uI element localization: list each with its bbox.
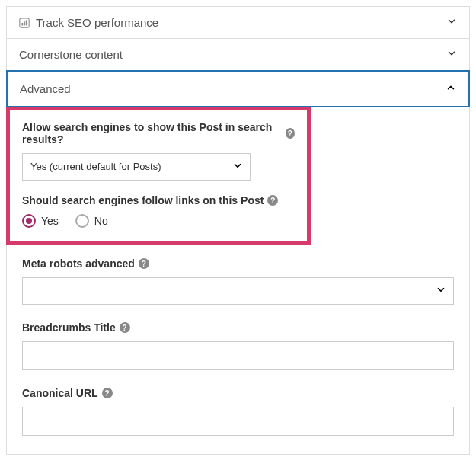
meta-robots-value xyxy=(22,277,454,305)
panel-advanced-title: Advanced xyxy=(20,82,71,95)
canonical-label: Canonical URL xyxy=(22,387,98,399)
svg-rect-3 xyxy=(26,20,27,25)
help-icon[interactable]: ? xyxy=(120,322,130,333)
allow-search-value: Yes (current default for Posts) xyxy=(22,153,251,181)
chevron-down-icon xyxy=(446,16,457,29)
follow-links-no[interactable]: No xyxy=(75,214,108,228)
panel-seo-performance[interactable]: Track SEO performance xyxy=(7,7,469,39)
breadcrumbs-input[interactable] xyxy=(22,341,454,370)
chevron-up-icon xyxy=(446,82,456,95)
panel-advanced[interactable]: Advanced xyxy=(6,70,470,107)
panel-seo-title: Track SEO performance xyxy=(36,16,158,29)
highlight-box: Allow search engines to show this Post i… xyxy=(6,107,311,245)
radio-label-yes: Yes xyxy=(41,215,59,227)
radio-icon xyxy=(22,214,36,228)
breadcrumbs-label: Breadcrumbs Title xyxy=(22,321,116,334)
radio-icon xyxy=(75,214,89,228)
meta-robots-select[interactable] xyxy=(22,277,454,305)
allow-search-select[interactable]: Yes (current default for Posts) xyxy=(22,153,251,181)
canonical-input[interactable] xyxy=(22,407,454,436)
follow-links-yes[interactable]: Yes xyxy=(22,214,59,228)
svg-rect-2 xyxy=(24,21,25,25)
help-icon[interactable]: ? xyxy=(267,195,278,206)
help-icon[interactable]: ? xyxy=(286,128,295,139)
chart-icon xyxy=(19,18,30,28)
panel-cornerstone[interactable]: Cornerstone content xyxy=(7,39,469,71)
meta-robots-label: Meta robots advanced xyxy=(22,257,135,270)
help-icon[interactable]: ? xyxy=(139,258,149,269)
chevron-down-icon xyxy=(446,48,457,61)
svg-rect-1 xyxy=(22,23,24,26)
follow-links-label: Should search engines follow links on th… xyxy=(22,194,264,206)
help-icon[interactable]: ? xyxy=(102,388,113,398)
allow-search-label: Allow search engines to show this Post i… xyxy=(22,121,282,145)
panel-cornerstone-title: Cornerstone content xyxy=(19,48,123,61)
panel-advanced-body: Allow search engines to show this Post i… xyxy=(7,107,469,454)
radio-label-no: No xyxy=(94,215,108,227)
